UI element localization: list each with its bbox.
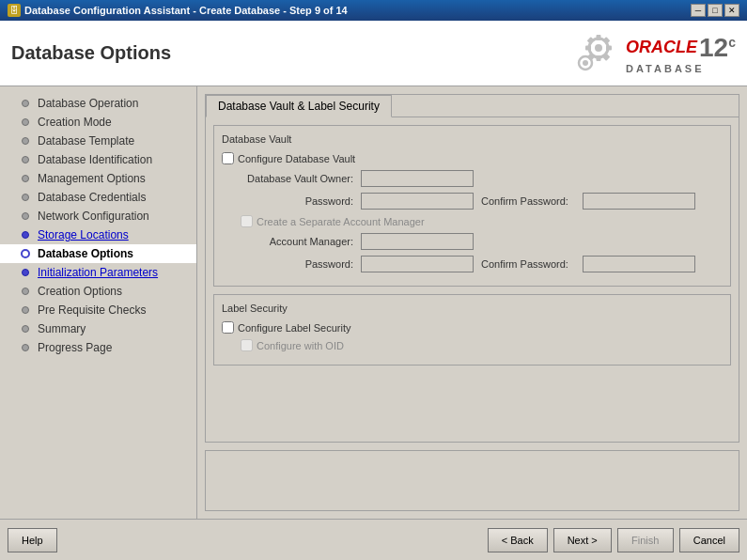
- sidebar-label-database-options: Database Options: [38, 247, 133, 260]
- step-indicator-4: [19, 153, 32, 166]
- step-indicator-3: [19, 134, 32, 148]
- account-manager-label: Create a Separate Account Manager: [257, 216, 425, 227]
- app-icon: 🗄: [8, 4, 21, 17]
- step-dot-12: [22, 306, 29, 314]
- svg-rect-4: [585, 45, 591, 50]
- sidebar-item-initialization-parameters[interactable]: Initialization Parameters: [0, 263, 196, 282]
- close-button[interactable]: ✕: [724, 4, 739, 17]
- vault-owner-row: Database Vault Owner:: [241, 170, 723, 187]
- account-manager-row: Account Manager:: [241, 233, 723, 250]
- svg-rect-7: [603, 37, 611, 44]
- sidebar: Database Operation Creation Mode Databas…: [0, 86, 197, 519]
- title-bar-text: Database Configuration Assistant - Creat…: [24, 5, 348, 16]
- database-vault-section-title: Database Vault: [222, 133, 723, 145]
- step-dot-3: [22, 137, 29, 145]
- label-security-title: Label Security: [222, 303, 723, 314]
- footer-right: < Back Next > Finish Cancel: [488, 528, 739, 552]
- title-bar-buttons: ─ □ ✕: [691, 4, 739, 17]
- version-number: 12c: [699, 33, 736, 63]
- step-indicator-11: [19, 285, 32, 298]
- oracle-brand: ORACLE 12c DATABASE: [570, 31, 736, 76]
- tab-panel: Database Vault & Label Security Database…: [205, 94, 739, 443]
- step-dot-6: [22, 194, 29, 201]
- configure-label-security-label: Configure Label Security: [238, 322, 350, 334]
- footer-left: Help: [8, 528, 57, 552]
- step-indicator-2: [19, 116, 32, 129]
- step-dot-8: [22, 231, 29, 239]
- configure-vault-row: Configure Database Vault: [222, 152, 723, 164]
- sidebar-item-database-operation: Database Operation: [0, 94, 196, 113]
- account-manager-checkbox-row: Create a Separate Account Manager: [241, 215, 723, 227]
- label-security-section: Label Security Configure Label Security …: [213, 294, 731, 366]
- title-bar-left: 🗄 Database Configuration Assistant - Cre…: [8, 4, 348, 17]
- account-password-input[interactable]: [361, 256, 474, 272]
- vault-label-security-tab[interactable]: Database Vault & Label Security: [206, 95, 392, 117]
- sidebar-item-progress-page: Progress Page: [0, 338, 196, 357]
- sidebar-item-creation-options: Creation Options: [0, 282, 196, 301]
- step-indicator-6: [19, 191, 32, 204]
- configure-label-security-row: Configure Label Security: [222, 321, 723, 334]
- finish-button[interactable]: Finish: [617, 528, 674, 552]
- step-indicator-7: [19, 210, 32, 223]
- sidebar-label-progress-page: Progress Page: [38, 341, 112, 354]
- vault-password-label: Password:: [241, 195, 353, 207]
- sidebar-label-creation-mode: Creation Mode: [38, 116, 112, 129]
- vault-confirm-password-label: Confirm Password:: [481, 195, 575, 207]
- svg-rect-6: [587, 37, 595, 44]
- page-title: Database Options: [11, 42, 171, 64]
- vault-owner-input[interactable]: [361, 170, 474, 187]
- sidebar-label-database-credentials: Database Credentials: [38, 191, 146, 204]
- svg-rect-5: [606, 45, 612, 50]
- account-manager-input[interactable]: [361, 233, 474, 250]
- sidebar-item-management-options: Management Options: [0, 169, 196, 188]
- step-dot-10: [22, 269, 29, 276]
- step-dot-1: [22, 100, 29, 107]
- account-confirm-password-label: Confirm Password:: [481, 258, 575, 270]
- svg-rect-3: [597, 55, 601, 61]
- configure-label-security-checkbox[interactable]: [222, 321, 234, 334]
- sidebar-label-database-template: Database Template: [38, 134, 134, 148]
- sidebar-label-initialization-parameters: Initialization Parameters: [38, 266, 158, 279]
- account-password-row: Password: Confirm Password:: [241, 256, 723, 272]
- sidebar-label-database-identification: Database Identification: [38, 153, 152, 166]
- account-manager-checkbox[interactable]: [241, 215, 253, 227]
- oracle-text: ORACLE: [626, 38, 697, 57]
- svg-rect-2: [597, 35, 601, 40]
- sidebar-label-management-options: Management Options: [38, 172, 146, 185]
- step-indicator-8: [19, 228, 32, 241]
- main-content: Database Vault & Label Security Database…: [197, 86, 747, 519]
- sidebar-item-storage-locations[interactable]: Storage Locations: [0, 226, 196, 244]
- main-window: Database Options: [0, 21, 747, 560]
- configure-vault-checkbox[interactable]: [222, 152, 234, 164]
- step-dot-13: [22, 325, 29, 333]
- vault-password-row: Password: Confirm Password:: [241, 193, 723, 210]
- gear-icon: [570, 31, 622, 76]
- account-confirm-password-input[interactable]: [583, 256, 695, 272]
- cancel-button[interactable]: Cancel: [679, 528, 739, 552]
- sidebar-label-network-configuration: Network Configuration: [38, 210, 149, 223]
- sidebar-label-storage-locations: Storage Locations: [38, 228, 129, 241]
- sidebar-label-database-operation: Database Operation: [38, 97, 138, 110]
- next-button[interactable]: Next >: [553, 528, 612, 552]
- configure-oid-checkbox[interactable]: [241, 339, 253, 351]
- vault-password-input[interactable]: [361, 193, 474, 210]
- oracle-logo: ORACLE 12c DATABASE: [570, 31, 736, 76]
- step-indicator-12: [19, 303, 32, 317]
- step-dot-5: [22, 175, 29, 182]
- sidebar-item-database-template: Database Template: [0, 132, 196, 150]
- sidebar-item-database-identification: Database Identification: [0, 150, 196, 169]
- help-button[interactable]: Help: [8, 528, 57, 552]
- configure-oid-label: Configure with OID: [257, 340, 344, 351]
- back-button[interactable]: < Back: [488, 528, 548, 552]
- vault-confirm-password-input[interactable]: [583, 193, 695, 210]
- restore-button[interactable]: □: [708, 4, 723, 17]
- svg-point-1: [595, 44, 602, 52]
- minimize-button[interactable]: ─: [691, 4, 706, 17]
- step-indicator-1: [19, 97, 32, 110]
- title-bar: 🗄 Database Configuration Assistant - Cre…: [0, 0, 747, 21]
- step-indicator-9: [19, 247, 32, 260]
- sidebar-item-database-options: Database Options: [0, 244, 196, 263]
- step-indicator-14: [19, 341, 32, 354]
- configure-vault-label: Configure Database Vault: [238, 153, 355, 164]
- database-vault-section: Database Vault Configure Database Vault …: [213, 125, 731, 287]
